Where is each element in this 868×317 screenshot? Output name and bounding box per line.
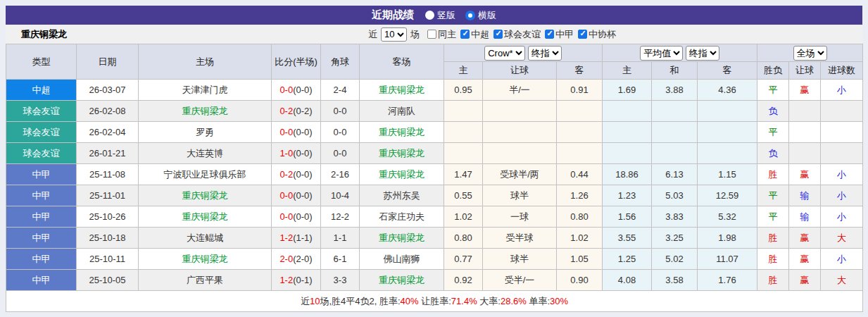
summary-stat-value: 30% [550,296,568,306]
league-filter-2-label[interactable]: 中甲 [555,29,574,39]
corner-score: 2-4 [321,80,360,101]
league-type-badge: 中甲 [6,185,77,206]
match-result: 平 [757,122,789,143]
away-team: 重庆铜梁龙 [360,122,444,143]
odds-company-select[interactable]: Crow* [484,46,525,61]
scope-select[interactable]: 全场 [793,46,827,61]
league-type-badge: 中甲 [6,206,77,228]
avg-draw-odds: 3.25 [652,228,698,249]
handicap-result: 赢 [789,164,821,185]
league-filter-0-checkbox[interactable] [460,30,470,39]
avg-away-odds [698,122,757,143]
score-cell: 1-2(0-1) [272,270,321,291]
match-result: 胜 [757,270,789,291]
goals-result: 大 [821,270,863,291]
half-time-score: (2-0) [293,254,312,264]
crow-home-odds [444,101,483,122]
corner-score: 0-0 [321,143,360,164]
radio-label[interactable]: 竖版 [437,9,455,22]
league-filter-1-label[interactable]: 球会友谊 [504,29,541,39]
odds-company-time-select[interactable]: 终指 [528,46,562,61]
table-row: 球会友谊26-02-04罗勇0-0(0-0)0-0重庆铜梁龙平 [6,122,863,143]
layout-radio-selected[interactable]: 横版 [465,9,496,22]
league-filter-3-checkbox[interactable] [578,30,587,39]
crow-home-odds: 1.47 [444,164,483,185]
col-header-away: 客场 [360,44,444,80]
handicap-result: 赢 [789,228,821,249]
average-select[interactable]: 平均值 [640,46,683,61]
summary-stat-value: 71.4% [451,296,477,306]
col-header-home: 主场 [139,44,272,80]
avg-away-odds: 12.59 [698,185,757,206]
league-filter-2-checkbox[interactable] [545,30,554,39]
half-time-score: (1-1) [293,232,312,243]
summary-stat-label: 让胜率: [419,296,451,306]
handicap-result: 赢 [789,249,821,270]
crow-handicap-line: 球半 [483,185,557,206]
average-time-select[interactable]: 终指 [686,46,719,61]
league-filter-1-checkbox[interactable] [493,30,503,39]
same-home-checkbox[interactable] [427,30,436,39]
summary-row: 近10场,胜4平4负2, 胜率:40% 让胜率:71.4% 大率:28.6% 单… [6,291,863,312]
full-time-score: 0-0 [279,85,293,95]
match-date: 25-10-11 [77,249,139,270]
crow-away-odds: 0.90 [557,270,603,291]
col-header-avg-draw: 和 [652,62,698,80]
avg-home-odds: 3.55 [603,228,652,249]
league-type-badge: 中甲 [6,249,77,270]
goals-result [821,101,863,122]
same-home-label[interactable]: 同主 [438,29,456,39]
col-header-score: 比分(半场) [272,44,321,80]
league-filter-group: 同主中超球会友谊中甲中协杯 [423,28,616,41]
score-cell: 0-0(0-0) [272,122,321,143]
match-result: 负 [757,101,789,122]
half-time-score: (0-2) [293,106,312,116]
league-type-badge: 球会友谊 [6,101,77,122]
away-team: 重庆铜梁龙 [360,80,444,101]
crow-away-odds: 0.44 [557,164,603,185]
layout-radio-option[interactable]: 竖版 [425,9,455,22]
table-row: 中超26-03-07天津津门虎0-0(0-0)2-4重庆铜梁龙0.95半/一0.… [6,80,863,101]
crow-handicap-line: 受半球 [483,228,557,249]
col-header-crow-home: 主 [444,62,483,80]
full-time-score: 0-0 [279,190,293,201]
match-date: 26-03-07 [77,80,139,101]
away-team: 佛山南狮 [360,249,444,270]
avg-away-odds [698,101,757,122]
goals-result: 小 [821,164,863,185]
recent-results-panel: 近期战绩 竖版横版 重庆铜梁龙 近 10 场 同主中超球会友谊中甲中协杯 类型 … [6,6,862,312]
away-team: 重庆铜梁龙 [360,164,444,185]
match-result: 平 [757,206,789,228]
radio-icon[interactable] [425,11,434,20]
home-team: 大连英博 [139,143,272,164]
recent-matches-select[interactable]: 10 [381,27,407,42]
crow-home-odds [444,122,483,143]
crow-home-odds [444,143,483,164]
avg-away-odds: 4.36 [698,80,757,101]
col-header-crow-handicap: 让球 [483,62,557,80]
crow-home-odds: 0.95 [444,80,483,101]
avg-home-odds: 18.86 [603,164,652,185]
crow-away-odds [557,122,603,143]
avg-home-odds [603,143,652,164]
league-filter-0-label[interactable]: 中超 [471,29,489,39]
crow-handicap-line: 半/一 [483,80,557,101]
radio-label[interactable]: 横版 [478,9,496,22]
full-time-score: 2-0 [279,254,293,264]
league-filter-3-label[interactable]: 中协杯 [589,29,616,39]
summary-stat-label: 大率: [477,296,501,306]
avg-away-odds: 5.32 [698,206,757,228]
corner-score: 6-1 [321,249,360,270]
goals-result: 大 [821,228,863,249]
half-time-score: (0-0) [293,190,312,201]
col-header-date: 日期 [77,44,139,80]
summary-text: 近10场,胜4平4负2, 胜率:40% 让胜率:71.4% 大率:28.6% 单… [6,291,863,312]
radio-icon[interactable] [465,11,475,20]
crow-handicap-line: 受半/一 [483,270,557,291]
league-type-badge: 中超 [6,80,77,101]
home-team: 天津津门虎 [139,80,272,101]
score-cell: 1-0(0-0) [272,143,321,164]
league-type-badge: 中甲 [6,228,77,249]
full-time-score: 0-2 [279,169,293,180]
crow-handicap-line: 球半 [483,249,557,270]
